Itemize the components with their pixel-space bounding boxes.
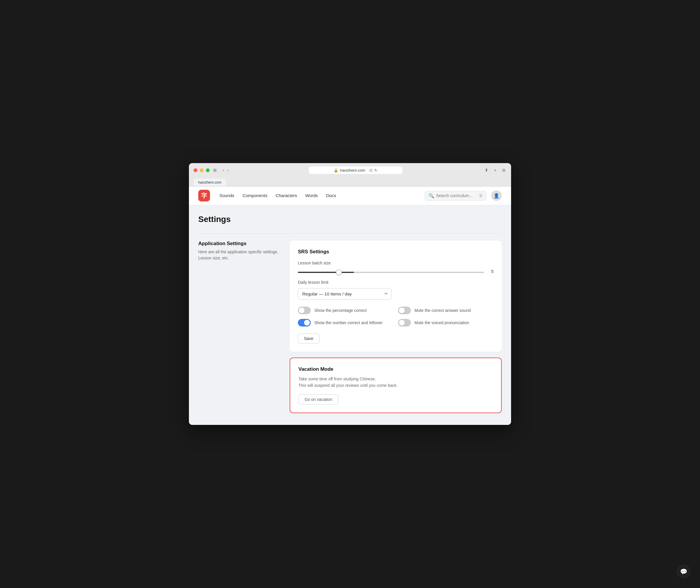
vacation-desc-line1: Take some time off from studying Chinese… xyxy=(298,377,376,381)
lesson-batch-size-label: Lesson batch size xyxy=(298,261,494,265)
page-container: Settings Application Settings Here are a… xyxy=(189,205,511,425)
toggle-mute-voiced-row: Mute the voiced pronunciation xyxy=(398,319,494,327)
lesson-batch-size-slider[interactable] xyxy=(298,272,484,273)
toggle-number-row: Show the number correct and leftover xyxy=(298,319,393,327)
chat-icon: 💬 xyxy=(680,568,687,575)
search-input[interactable] xyxy=(436,193,477,198)
address-bar[interactable]: 🔒 hanzihero.com ⊡ ↻ xyxy=(309,167,402,174)
app-logo[interactable]: 字 xyxy=(198,190,210,201)
toggle-mute-correct-row: Mute the correct answer sound xyxy=(398,307,494,314)
toggle-mute-voiced[interactable] xyxy=(398,319,411,327)
browser-chrome: ⊞ ‹ › 🔒 hanzihero.com ⊡ ↻ ⬆ + ⧉ hanziher… xyxy=(189,163,511,187)
search-shortcut: / xyxy=(479,194,483,198)
slider-track xyxy=(298,269,484,274)
search-bar[interactable]: 🔍 / xyxy=(425,191,486,201)
forward-button[interactable]: › xyxy=(226,167,230,173)
page-separator xyxy=(198,233,502,234)
address-bar-container: 🔒 hanzihero.com ⊡ ↻ xyxy=(232,167,479,174)
translate-icon: ⊡ xyxy=(369,168,373,172)
nav-links: Sounds Components Characters Words Docs xyxy=(219,193,425,198)
toggles-grid: Show the percentage correct Mute the cor… xyxy=(298,307,494,327)
toggle-number[interactable] xyxy=(298,319,311,327)
refresh-icon[interactable]: ↻ xyxy=(374,168,378,172)
toggle-mute-correct-label: Mute the correct answer sound xyxy=(414,308,471,313)
toggle-percentage-slider xyxy=(298,307,311,314)
vacation-mode-card: Vacation Mode Take some time off from st… xyxy=(290,358,502,413)
toggle-percentage-label: Show the percentage correct xyxy=(314,308,367,313)
sidebar-title: Application Settings xyxy=(198,241,280,247)
srs-settings-card: SRS Settings Lesson batch size 5 Daily l… xyxy=(290,241,502,352)
nav-words[interactable]: Words xyxy=(305,193,318,198)
toggle-number-label: Show the number correct and leftover xyxy=(314,320,383,325)
slider-value: 5 xyxy=(488,269,494,274)
url-text: hanzihero.com xyxy=(340,168,365,172)
toggle-percentage-row: Show the percentage correct xyxy=(298,307,393,314)
daily-lesson-limit-select[interactable]: Regular — 10 items / day Light — 5 items… xyxy=(298,288,392,300)
nav-arrows: ‹ › xyxy=(221,167,230,173)
search-icon: 🔍 xyxy=(428,193,434,199)
close-button[interactable] xyxy=(194,168,197,172)
dropdown-wrapper: Regular — 10 items / day Light — 5 items… xyxy=(298,288,494,300)
chat-button[interactable]: 💬 xyxy=(677,565,691,579)
top-nav: 字 Sounds Components Characters Words Doc… xyxy=(189,187,511,205)
vacation-card-title: Vacation Mode xyxy=(298,366,493,372)
maximize-button[interactable] xyxy=(206,168,210,172)
browser-tab[interactable]: hanzihero.com xyxy=(194,179,226,186)
nav-docs[interactable]: Docs xyxy=(326,193,336,198)
daily-lesson-limit-label: Daily lesson limit xyxy=(298,280,494,285)
nav-components[interactable]: Components xyxy=(243,193,267,198)
slider-row: 5 xyxy=(298,269,494,274)
save-button[interactable]: Save xyxy=(298,334,320,343)
browser-action-buttons: ⬆ + ⧉ xyxy=(484,167,506,173)
toggle-mute-correct-slider xyxy=(398,307,411,314)
back-button[interactable]: ‹ xyxy=(221,167,225,173)
toggle-mute-voiced-label: Mute the voiced pronunciation xyxy=(414,320,469,325)
toggle-number-slider xyxy=(298,319,311,327)
sidebar-toggle-icon[interactable]: ⊞ xyxy=(212,167,218,173)
user-icon: 👤 xyxy=(494,193,499,199)
page-title: Settings xyxy=(198,215,502,224)
settings-layout: Application Settings Here are all the ap… xyxy=(198,241,502,413)
browser-window: ⊞ ‹ › 🔒 hanzihero.com ⊡ ↻ ⬆ + ⧉ hanziher… xyxy=(189,163,511,425)
vacation-desc-line2: This will suspend all your reviews until… xyxy=(298,383,397,388)
settings-main: SRS Settings Lesson batch size 5 Daily l… xyxy=(290,241,502,413)
srs-card-title: SRS Settings xyxy=(298,249,494,255)
toggle-percentage[interactable] xyxy=(298,307,311,314)
user-avatar[interactable]: 👤 xyxy=(491,190,502,201)
toggle-mute-correct[interactable] xyxy=(398,307,411,314)
minimize-button[interactable] xyxy=(200,168,204,172)
nav-characters[interactable]: Characters xyxy=(276,193,297,198)
vacation-description: Take some time off from studying Chinese… xyxy=(298,376,493,389)
go-on-vacation-button[interactable]: Go on vacation xyxy=(298,394,338,404)
browser-controls: ⊞ ‹ › 🔒 hanzihero.com ⊡ ↻ ⬆ + ⧉ xyxy=(194,167,506,174)
app-content: 字 Sounds Components Characters Words Doc… xyxy=(189,187,511,425)
share-icon[interactable]: ⬆ xyxy=(484,167,489,173)
settings-sidebar: Application Settings Here are all the ap… xyxy=(198,241,280,413)
nav-sounds[interactable]: Sounds xyxy=(219,193,234,198)
sidebar-description: Here are all the application specific se… xyxy=(198,249,280,261)
toggle-mute-voiced-slider xyxy=(398,319,411,327)
lock-icon: 🔒 xyxy=(334,168,338,172)
new-tab-icon[interactable]: + xyxy=(493,167,498,173)
tabs-icon[interactable]: ⧉ xyxy=(501,167,506,173)
